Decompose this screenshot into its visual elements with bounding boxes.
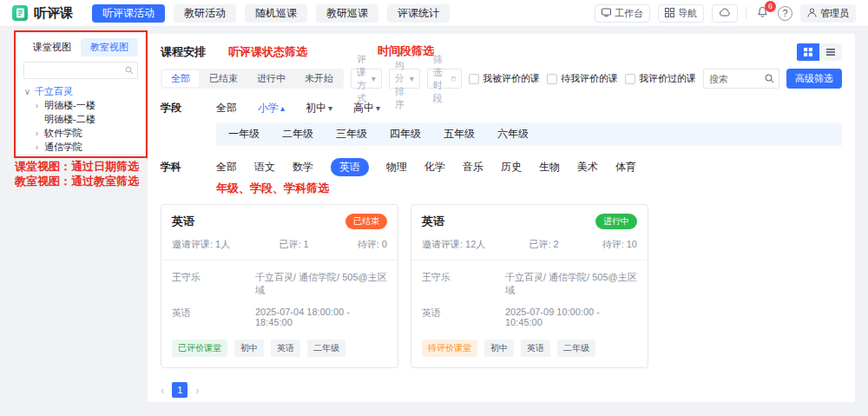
app-logo-icon xyxy=(12,5,28,21)
checkbox-awaiting-my-review[interactable]: 待我评价的课 xyxy=(547,72,618,85)
course-card[interactable]: 英语 进行中 邀请评课: 12人 已评: 2 待评: 10 王守乐 千立百灵/ … xyxy=(411,204,648,368)
pagination: ‹ 1 › xyxy=(161,382,842,398)
course-cards: 英语 已结束 邀请评课: 1人 已评: 1 待评: 0 王守乐 千立百灵/ 通信… xyxy=(161,204,842,368)
sidebar-panel: 课堂视图 教室视图 ∨ 千立百灵 › 明德楼-一楼 明德楼-二楼 › 软件学院 … xyxy=(17,34,144,155)
annotation-time-filter: 时间段筛选 xyxy=(378,43,434,59)
nav-tab-research-patrol[interactable]: 教研巡课 xyxy=(316,4,378,23)
admin-user-button[interactable]: 管理员 xyxy=(800,4,856,23)
stage-option-primary[interactable]: 小学▴ xyxy=(258,101,285,116)
chevron-right-icon[interactable]: › xyxy=(33,129,41,138)
reviewed-count: 已评: 1 xyxy=(279,238,308,251)
room-tree: ∨ 千立百灵 › 明德楼-一楼 明德楼-二楼 › 软件学院 › 通信学院 xyxy=(23,85,138,154)
grade-option-1[interactable]: 一年级 xyxy=(228,127,260,142)
status-tab-in-progress[interactable]: 进行中 xyxy=(248,70,294,87)
date-range-picker[interactable]: 筛选时段 xyxy=(427,69,462,89)
tree-node-software-college[interactable]: › 软件学院 xyxy=(23,127,138,140)
stage-option-senior[interactable]: 高中▾ xyxy=(353,101,380,116)
subject-option-history[interactable]: 历史 xyxy=(501,160,522,175)
checkbox-icon[interactable] xyxy=(625,74,635,84)
nav-tab-statistics[interactable]: 评课统计 xyxy=(387,4,450,23)
pending-count: 待评: 0 xyxy=(358,238,387,251)
checkbox-i-reviewed[interactable]: 我评价过的课 xyxy=(625,72,696,85)
subject-label: 学科 xyxy=(161,160,216,175)
advanced-filter-button[interactable]: 高级筛选 xyxy=(786,69,842,89)
top-bar: 听评课 听评课活动 教研活动 随机巡课 教研巡课 评课统计 工作台 导航 6 ?… xyxy=(0,0,868,27)
nav-tab-activity[interactable]: 听评课活动 xyxy=(92,4,165,23)
page-1-button[interactable]: 1 xyxy=(172,382,187,398)
main-nav: 听评课活动 教研活动 随机巡课 教研巡课 评课统计 xyxy=(92,4,450,23)
calendar-icon xyxy=(451,74,456,83)
prev-page-button[interactable]: ‹ xyxy=(161,384,164,397)
main-panel: 课程安排 听评课状态筛选 时间段筛选 全部 已结束 进行中 未开始 评课方式 ▾… xyxy=(148,34,855,402)
caret-up-icon: ▴ xyxy=(280,103,285,113)
grade-option-5[interactable]: 五年级 xyxy=(444,127,475,142)
caret-down-icon: ▾ xyxy=(372,74,376,83)
invited-count: 邀请评课: 1人 xyxy=(172,238,230,251)
main-header: 课程安排 听评课状态筛选 时间段筛选 xyxy=(161,43,842,61)
grade-option-4[interactable]: 四年级 xyxy=(390,127,421,142)
stage-option-all[interactable]: 全部 xyxy=(216,101,237,116)
checkbox-reviewed-of-me[interactable]: 我被评价的课 xyxy=(469,72,540,85)
grade-option-3[interactable]: 三年级 xyxy=(336,127,367,142)
checkbox-icon[interactable] xyxy=(469,74,479,84)
reviewed-count: 已评: 2 xyxy=(529,238,558,251)
method-dropdown[interactable]: 评课方式 ▾ xyxy=(351,69,382,89)
stage-label: 学段 xyxy=(161,101,216,116)
list-view-button[interactable] xyxy=(819,43,842,61)
status-tab-all[interactable]: 全部 xyxy=(162,70,199,87)
subject-option-chinese[interactable]: 语文 xyxy=(254,160,275,175)
subject-option-music[interactable]: 音乐 xyxy=(463,160,483,175)
stage-option-junior[interactable]: 初中▾ xyxy=(306,101,332,116)
chevron-down-icon[interactable]: ∨ xyxy=(23,87,31,96)
subject-option-all[interactable]: 全部 xyxy=(216,160,237,175)
status-tab-not-started[interactable]: 未开始 xyxy=(296,70,342,87)
nav-tab-random-patrol[interactable]: 随机巡课 xyxy=(245,4,307,23)
tab-classroom-view[interactable]: 课堂视图 xyxy=(23,38,81,56)
cloud-button[interactable] xyxy=(712,4,738,23)
checkbox-icon[interactable] xyxy=(547,74,557,84)
subject-option-physics[interactable]: 物理 xyxy=(386,160,407,175)
chevron-right-icon[interactable]: › xyxy=(33,101,41,110)
nav-tab-research[interactable]: 教研活动 xyxy=(174,4,236,23)
tree-node-building2[interactable]: 明德楼-二楼 xyxy=(23,113,138,126)
top-right-actions: 工作台 导航 6 ? 管理员 xyxy=(595,4,856,23)
tag: 二年级 xyxy=(557,340,595,357)
review-status-tag: 待评价课堂 xyxy=(422,340,477,357)
subject-option-math[interactable]: 数学 xyxy=(293,160,313,175)
location: 千立百灵/ 通信学院/ 505@主区域 xyxy=(505,271,637,297)
sidebar-search-input[interactable] xyxy=(23,62,138,79)
tag: 二年级 xyxy=(307,340,345,357)
tree-node-building1[interactable]: › 明德楼-一楼 xyxy=(23,99,138,112)
chevron-right-icon[interactable]: › xyxy=(33,142,41,152)
tab-room-view[interactable]: 教室视图 xyxy=(81,38,138,56)
subject-option-english[interactable]: 英语 xyxy=(331,158,369,176)
search-icon xyxy=(765,74,774,83)
status-tab-ended[interactable]: 已结束 xyxy=(201,70,247,87)
tree-node-communication-college[interactable]: › 通信学院 xyxy=(23,141,138,154)
tree-node-root[interactable]: ∨ 千立百灵 xyxy=(23,85,138,98)
next-page-button[interactable]: › xyxy=(195,384,199,397)
grid-view-button[interactable] xyxy=(797,43,819,61)
divider xyxy=(746,7,746,19)
card-title: 英语 xyxy=(172,214,194,229)
navigation-button[interactable]: 导航 xyxy=(658,4,704,23)
notifications-button[interactable]: 6 xyxy=(754,5,770,21)
tag: 初中 xyxy=(234,340,264,357)
grade-option-2[interactable]: 二年级 xyxy=(282,127,313,142)
review-status-tag: 已评价课堂 xyxy=(172,340,227,357)
caret-down-icon: ▾ xyxy=(376,103,380,113)
course-card[interactable]: 英语 已结束 邀请评课: 1人 已评: 1 待评: 0 王守乐 千立百灵/ 通信… xyxy=(161,204,398,368)
subject-option-chemistry[interactable]: 化学 xyxy=(424,160,445,175)
grade-option-6[interactable]: 六年级 xyxy=(497,127,529,142)
grades-row: 一年级 二年级 三年级 四年级 五年级 六年级 xyxy=(216,122,842,146)
subject-option-pe[interactable]: 体育 xyxy=(615,160,636,175)
workbench-button[interactable]: 工作台 xyxy=(595,4,650,23)
card-stats: 邀请评课: 1人 已评: 1 待评: 0 xyxy=(161,235,398,261)
help-button[interactable]: ? xyxy=(778,6,792,21)
subject-option-biology[interactable]: 生物 xyxy=(539,160,560,175)
time-range: 2025-07-09 10:00:00 - 10:45:00 xyxy=(505,307,637,327)
sort-dropdown[interactable]: 平均分排序 ▾ xyxy=(389,69,420,89)
caret-down-icon: ▾ xyxy=(328,103,332,113)
card-subject: 英语 xyxy=(172,307,255,327)
subject-option-art[interactable]: 美术 xyxy=(577,160,598,175)
